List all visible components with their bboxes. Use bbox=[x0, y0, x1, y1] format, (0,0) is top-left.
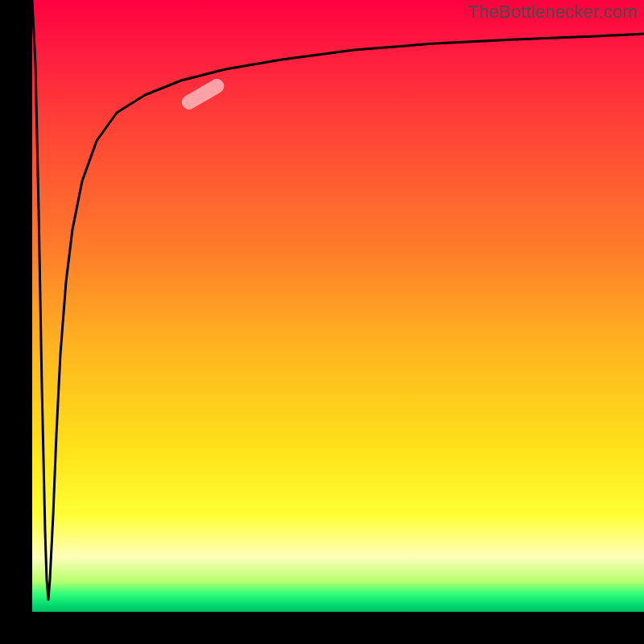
y-axis bbox=[0, 0, 32, 644]
watermark-text: TheBottlenecker.com bbox=[469, 2, 638, 23]
bottleneck-curve bbox=[32, 0, 644, 612]
x-axis bbox=[0, 612, 644, 644]
chart-frame: TheBottlenecker.com bbox=[0, 0, 644, 644]
